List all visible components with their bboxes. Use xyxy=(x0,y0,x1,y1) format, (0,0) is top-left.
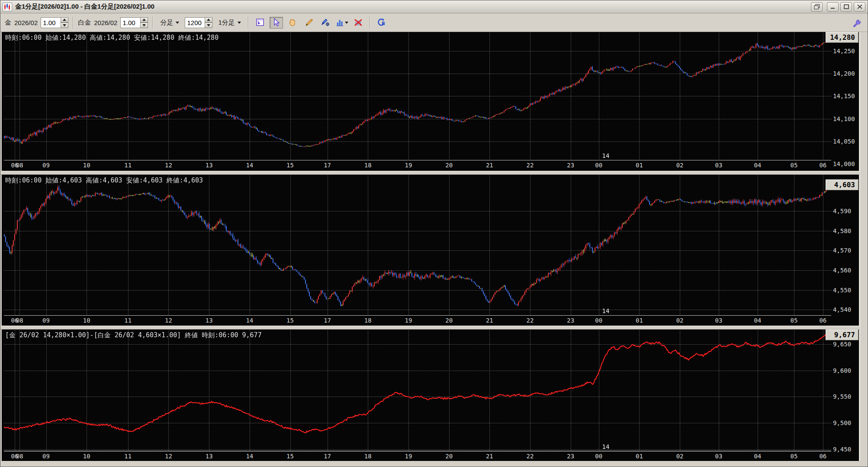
panel-divider[interactable] xyxy=(0,326,868,329)
y-axis-label: 9,550 xyxy=(833,393,851,400)
spread-chart-canvas[interactable] xyxy=(4,330,831,451)
platinum-ratio-input[interactable] xyxy=(120,17,140,28)
x-axis-label: 22 xyxy=(527,453,534,460)
toolbar: 金 2026/02 白金 2026/02 分足 xyxy=(0,13,868,32)
x-axis-label: 08 xyxy=(16,162,23,169)
x-axis-label: 20 xyxy=(445,453,453,460)
x-axis-label: 21 xyxy=(486,162,493,169)
x-axis-label: 02 xyxy=(676,453,684,460)
x-axis-label: 20 xyxy=(445,162,453,169)
bar-count-input[interactable] xyxy=(185,17,205,28)
x-axis-label: 13 xyxy=(206,453,213,460)
arrow-down-icon xyxy=(63,24,66,26)
x-axis-label: 19 xyxy=(405,162,412,169)
pen-target-button[interactable] xyxy=(319,17,332,29)
bottom-gutter xyxy=(0,461,868,467)
bar-count-down-button[interactable] xyxy=(205,22,212,28)
gold-chart-panel: 時刻:06:00 始値:14,280 高値:14,280 安値:14,280 終… xyxy=(2,32,860,171)
gold-ratio-input[interactable] xyxy=(41,17,61,28)
pencil-tool-button[interactable] xyxy=(302,17,316,29)
popout-window-button[interactable] xyxy=(811,2,823,12)
x-axis-label: 21 xyxy=(486,317,493,324)
spread-last-price-badge: 9,677 xyxy=(826,329,858,340)
x-axis-label: 23 xyxy=(567,317,574,324)
x-axis-label: 01 xyxy=(636,317,643,324)
x-axis-label: 23 xyxy=(567,162,574,169)
refresh-button[interactable]: R xyxy=(375,17,388,29)
platinum-contract-month: 2026/02 xyxy=(94,19,117,26)
dropdown-caret-icon xyxy=(238,22,241,24)
svg-text:R: R xyxy=(382,21,385,26)
x-axis-label: 10 xyxy=(83,453,90,460)
x-axis-label: 19 xyxy=(405,317,412,324)
y-axis-label: 14,050 xyxy=(833,138,855,145)
date-label: 14 xyxy=(602,152,609,159)
bar-type-dropdown[interactable]: 分足 xyxy=(158,17,182,28)
platinum-last-price-badge: 4,603 xyxy=(826,179,858,190)
pan-hand-button[interactable] xyxy=(286,17,299,29)
minimize-button[interactable] xyxy=(827,2,839,12)
x-axis-label: 17 xyxy=(324,317,331,324)
toolbar-separator xyxy=(370,16,370,29)
x-axis-label: 12 xyxy=(165,162,172,169)
x-axis-label: 03 xyxy=(715,162,723,169)
chart-select-button[interactable] xyxy=(253,17,267,29)
spread-chart-panel: [金 26/02 14,280×1.00]-[白金 26/02 4,603×1.… xyxy=(2,329,860,461)
x-axis-label: 13 xyxy=(206,162,213,169)
chart-type-button[interactable] xyxy=(335,17,349,29)
y-axis-label: 14,100 xyxy=(833,115,855,122)
y-axis-label: 9,500 xyxy=(833,419,851,426)
y-axis-label: 4,550 xyxy=(833,287,851,294)
x-axis-label: 06 xyxy=(819,317,826,324)
pointer-tool-button[interactable] xyxy=(270,17,283,29)
gold-contract-month: 2026/02 xyxy=(14,19,38,26)
x-axis-label: 02 xyxy=(676,162,684,169)
x-axis-label: 00 xyxy=(595,317,602,324)
platinum-ratio-up-button[interactable] xyxy=(140,17,148,23)
x-axis-label: 18 xyxy=(364,317,372,324)
date-label: 14 xyxy=(602,443,609,450)
gold-chart-canvas[interactable] xyxy=(4,33,831,160)
panel-divider[interactable] xyxy=(0,171,868,175)
x-axis-label: 04 xyxy=(754,317,761,324)
pointer-tool-icon xyxy=(272,18,280,27)
x-axis-label: 15 xyxy=(286,162,294,169)
pan-hand-icon xyxy=(288,18,297,27)
maximize-icon xyxy=(844,4,849,9)
maximize-button[interactable] xyxy=(840,2,852,12)
x-axis-label: 13 xyxy=(206,317,213,324)
close-button[interactable] xyxy=(854,2,865,12)
platinum-chart-panel: 時刻:06:00 始値:4,603 高値:4,603 安値:4,603 終値:4… xyxy=(2,175,860,326)
y-axis-label: 9,450 xyxy=(833,446,851,453)
x-axis-label: 05 xyxy=(791,162,798,169)
x-axis-label: 14 xyxy=(246,162,253,169)
gold-label: 金 xyxy=(5,19,11,27)
bar-count-up-button[interactable] xyxy=(205,17,212,23)
y-axis-label: 9,600 xyxy=(833,367,851,374)
platinum-chart-canvas[interactable] xyxy=(4,176,831,316)
y-axis-label: 14,200 xyxy=(833,70,855,77)
settings-button[interactable] xyxy=(850,17,863,29)
arrow-up-icon xyxy=(207,19,210,21)
bar-type-label: 分足 xyxy=(160,19,173,27)
interval-label: 1分足 xyxy=(218,19,235,27)
platinum-ratio-down-button[interactable] xyxy=(140,22,148,28)
x-axis-label: 03 xyxy=(715,453,723,460)
chart-select-icon xyxy=(255,18,264,27)
title-bar[interactable]: 金1分足[2026/02]1.00 - 白金1分足[2026/02]1.00 xyxy=(0,0,868,13)
delete-study-button[interactable] xyxy=(352,17,365,29)
gold-ratio-down-button[interactable] xyxy=(61,22,68,28)
x-axis-label: 20 xyxy=(445,317,453,324)
x-axis-label: 12 xyxy=(165,453,172,460)
x-axis-label: 08 xyxy=(16,317,23,324)
gold-ratio-up-button[interactable] xyxy=(61,17,68,23)
x-axis-label: 12 xyxy=(165,317,172,324)
x-axis-label: 23 xyxy=(567,453,574,460)
x-axis-label: 19 xyxy=(405,453,412,460)
x-axis-label: 06 xyxy=(819,453,826,460)
pencil-icon xyxy=(305,18,313,27)
x-axis-label: 09 xyxy=(42,453,50,460)
interval-dropdown[interactable]: 1分足 xyxy=(215,17,243,28)
x-axis-label: 09 xyxy=(42,162,50,169)
app-window: 金1分足[2026/02]1.00 - 白金1分足[2026/02]1.00 金… xyxy=(0,0,868,467)
